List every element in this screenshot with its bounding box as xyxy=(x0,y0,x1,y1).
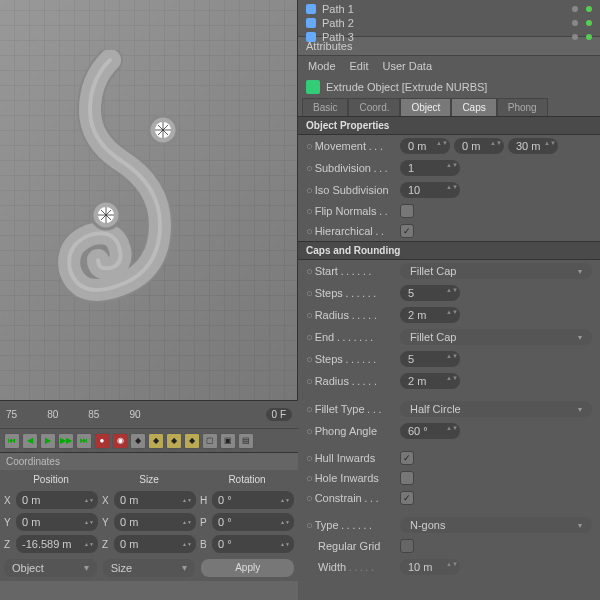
object-title: Extrude Object [Extrude NURBS] xyxy=(326,81,487,93)
tab-caps[interactable]: Caps xyxy=(451,98,496,116)
transport-bar: ⏮ ◀ ▶ ▶▶ ⏭ ● ◉ ◆ ◆ ◆ ◆ ▢ ▣ ▤ xyxy=(0,428,298,452)
fillet-type-dropdown[interactable]: Half Circle xyxy=(400,401,592,417)
size-y[interactable]: 0 m▲▼ xyxy=(114,513,196,531)
regular-grid-checkbox xyxy=(400,539,414,553)
viewport-3d[interactable] xyxy=(0,0,298,400)
svg-point-3 xyxy=(98,207,114,223)
tab-basic[interactable]: Basic xyxy=(302,98,348,116)
play-back-button[interactable]: ◀ xyxy=(22,433,38,449)
size-z[interactable]: 0 m▲▼ xyxy=(114,535,196,553)
tree-item: Path 2 xyxy=(306,16,592,30)
hull-inwards-checkbox[interactable]: ✓ xyxy=(400,451,414,465)
col-header: Position xyxy=(4,472,98,487)
key-button[interactable]: ◆ xyxy=(130,433,146,449)
end-cap-dropdown[interactable]: Fillet Cap xyxy=(400,329,592,345)
play-start-button[interactable]: ⏮ xyxy=(4,433,20,449)
key-scale-button[interactable]: ◆ xyxy=(166,433,182,449)
tab-phong[interactable]: Phong xyxy=(497,98,548,116)
movement-x[interactable]: 0 m▲▼ xyxy=(400,138,450,154)
autokey-button[interactable]: ◉ xyxy=(112,433,128,449)
end-radius-field[interactable]: 2 m▲▼ xyxy=(400,373,460,389)
pos-z[interactable]: -16.589 m▲▼ xyxy=(16,535,98,553)
type-dropdown[interactable]: N-gons xyxy=(400,517,592,533)
hierarchical-checkbox[interactable]: ✓ xyxy=(400,224,414,238)
movement-z[interactable]: 30 m▲▼ xyxy=(508,138,558,154)
width-field: 10 m▲▼ xyxy=(400,559,460,575)
constrain-checkbox[interactable]: ✓ xyxy=(400,491,414,505)
start-radius-field[interactable]: 2 m▲▼ xyxy=(400,307,460,323)
pos-y[interactable]: 0 m▲▼ xyxy=(16,513,98,531)
extrude-shape xyxy=(20,50,200,330)
tab-object[interactable]: Object xyxy=(400,98,451,116)
apply-button[interactable]: Apply xyxy=(201,559,294,577)
size-x[interactable]: 0 m▲▼ xyxy=(114,491,196,509)
subdivision-field[interactable]: 1▲▼ xyxy=(400,160,460,176)
coords-title: Coordinates xyxy=(0,453,298,470)
tabs: Basic Coord. Object Caps Phong xyxy=(298,98,600,116)
tick: 80 xyxy=(47,409,58,420)
section-caps: Caps and Rounding xyxy=(298,241,600,260)
path-icon xyxy=(306,18,316,28)
tab-coord[interactable]: Coord. xyxy=(348,98,400,116)
end-steps-field[interactable]: 5▲▼ xyxy=(400,351,460,367)
section-object-props: Object Properties xyxy=(298,116,600,135)
extrude-icon xyxy=(306,80,320,94)
key-pos-button[interactable]: ◆ xyxy=(148,433,164,449)
start-steps-field[interactable]: 5▲▼ xyxy=(400,285,460,301)
hole-inwards-checkbox[interactable] xyxy=(400,471,414,485)
object-tree[interactable]: Path 1 Path 2 Path 3 xyxy=(298,0,600,36)
attr-menu: Mode Edit User Data xyxy=(298,56,600,76)
menu-edit[interactable]: Edit xyxy=(350,60,369,72)
menu-mode[interactable]: Mode xyxy=(308,60,336,72)
panel-title: Attributes xyxy=(306,40,352,52)
svg-point-1 xyxy=(155,122,171,138)
play-end-button[interactable]: ⏭ xyxy=(76,433,92,449)
play-button[interactable]: ▶ xyxy=(40,433,56,449)
start-cap-dropdown[interactable]: Fillet Cap xyxy=(400,263,592,279)
movement-y[interactable]: 0 m▲▼ xyxy=(454,138,504,154)
key-param-button[interactable]: ▢ xyxy=(202,433,218,449)
svg-point-0 xyxy=(149,116,177,144)
coordinates-panel: Coordinates Position Size Rotation X0 m▲… xyxy=(0,452,298,581)
tree-item: Path 1 xyxy=(306,2,592,16)
col-header: Rotation xyxy=(200,472,294,487)
attribute-manager: Path 1 Path 2 Path 3 Attributes Mode Edi… xyxy=(298,0,600,600)
col-header: Size xyxy=(102,472,196,487)
iso-field[interactable]: 10▲▼ xyxy=(400,182,460,198)
flip-normals-checkbox[interactable] xyxy=(400,204,414,218)
rot-h[interactable]: 0 °▲▼ xyxy=(212,491,294,509)
path-icon xyxy=(306,4,316,14)
tick: 75 xyxy=(6,409,17,420)
timeline-ruler[interactable]: 75 80 85 90 0 F xyxy=(0,400,298,428)
frame-display[interactable]: 0 F xyxy=(266,408,292,421)
menu-userdata[interactable]: User Data xyxy=(383,60,433,72)
rot-b[interactable]: 0 °▲▼ xyxy=(212,535,294,553)
key-pla-button[interactable]: ▣ xyxy=(220,433,236,449)
coords-mode-dropdown[interactable]: Object xyxy=(4,559,97,577)
coords-size-dropdown[interactable]: Size xyxy=(103,559,196,577)
phong-angle-field[interactable]: 60 °▲▼ xyxy=(400,423,460,439)
svg-point-2 xyxy=(92,201,120,229)
rot-p[interactable]: 0 °▲▼ xyxy=(212,513,294,531)
tick: 90 xyxy=(129,409,140,420)
play-fwd-button[interactable]: ▶▶ xyxy=(58,433,74,449)
record-button[interactable]: ● xyxy=(94,433,110,449)
tick: 85 xyxy=(88,409,99,420)
key-rot-button[interactable]: ◆ xyxy=(184,433,200,449)
key-anim-button[interactable]: ▤ xyxy=(238,433,254,449)
pos-x[interactable]: 0 m▲▼ xyxy=(16,491,98,509)
